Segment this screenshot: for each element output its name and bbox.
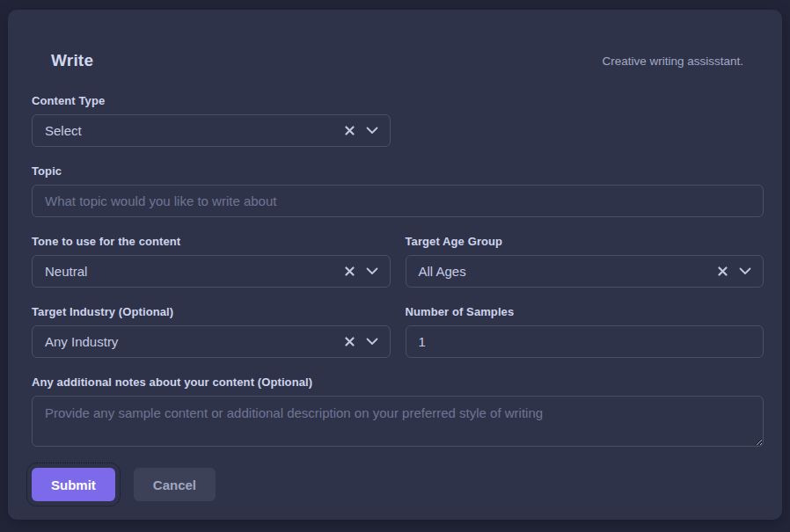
tone-age-row: Tone to use for the content Neutral Targ…	[32, 235, 764, 288]
card-header: Write Creative writing assisstant.	[8, 10, 782, 70]
submit-button[interactable]: Submit	[32, 468, 115, 501]
notes-group: Any additional notes about your content …	[32, 375, 764, 450]
form-content: Content Type Select Topic	[8, 70, 782, 501]
industry-value: Any Industry	[45, 334, 118, 349]
chevron-down-icon[interactable]	[366, 267, 378, 275]
industry-group: Target Industry (Optional) Any Industry	[32, 305, 391, 358]
content-type-value: Select	[45, 123, 82, 138]
tone-group: Tone to use for the content Neutral	[32, 235, 391, 288]
content-type-select[interactable]: Select	[32, 114, 391, 147]
chevron-down-icon[interactable]	[739, 267, 751, 275]
industry-label: Target Industry (Optional)	[32, 305, 391, 318]
age-group-select[interactable]: All Ages	[406, 255, 764, 288]
button-row: Submit Cancel	[32, 468, 764, 501]
content-type-group: Content Type Select	[32, 94, 764, 147]
chevron-down-icon[interactable]	[366, 127, 378, 135]
topic-label: Topic	[32, 164, 764, 178]
clear-x-icon[interactable]	[345, 266, 355, 276]
notes-textarea[interactable]	[32, 396, 764, 447]
select-icons	[345, 266, 378, 276]
tone-select[interactable]: Neutral	[32, 255, 391, 288]
age-group-group: Target Age Group All Ages	[406, 235, 764, 288]
topic-group: Topic	[32, 164, 764, 217]
content-type-label: Content Type	[32, 94, 764, 107]
industry-samples-row: Target Industry (Optional) Any Industry …	[32, 305, 764, 358]
samples-input[interactable]	[406, 325, 764, 358]
cancel-button[interactable]: Cancel	[134, 468, 216, 501]
samples-label: Number of Samples	[406, 305, 764, 318]
write-form-card: Write Creative writing assisstant. Conte…	[8, 10, 782, 520]
samples-group: Number of Samples	[406, 305, 764, 358]
age-group-label: Target Age Group	[406, 235, 764, 248]
clear-x-icon[interactable]	[345, 337, 355, 346]
tone-value: Neutral	[45, 264, 87, 279]
select-icons	[718, 266, 751, 276]
page-subtitle: Creative writing assisstant.	[602, 55, 743, 68]
industry-select[interactable]: Any Industry	[32, 325, 391, 358]
select-icons	[345, 126, 378, 135]
page-title: Write	[51, 51, 93, 70]
topic-input[interactable]	[32, 185, 764, 217]
spacer	[406, 114, 764, 147]
age-group-value: All Ages	[419, 264, 466, 279]
notes-label: Any additional notes about your content …	[32, 375, 764, 389]
clear-x-icon[interactable]	[345, 126, 355, 135]
tone-label: Tone to use for the content	[32, 235, 391, 248]
chevron-down-icon[interactable]	[366, 338, 378, 346]
select-icons	[345, 337, 378, 346]
clear-x-icon[interactable]	[718, 266, 728, 276]
